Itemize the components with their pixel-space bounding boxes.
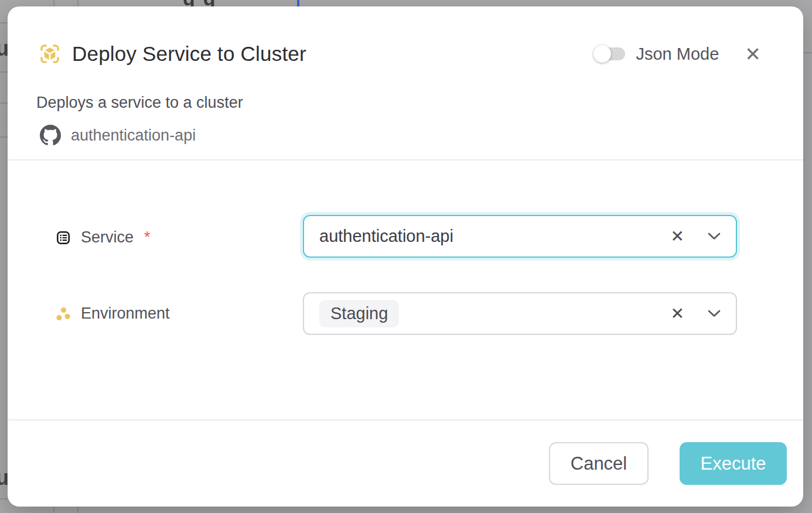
list-icon [56,230,71,245]
chevron-down-icon[interactable] [708,310,721,317]
dots-triangle-icon [56,306,71,322]
deploy-service-dialog: Deploy Service to Cluster Json Mode ✕ De… [8,6,803,507]
repo-row: authentication-api [40,125,196,146]
json-mode-label: Json Mode [636,45,719,64]
json-mode-toggle[interactable] [595,47,625,60]
environment-label: Environment [81,305,170,323]
cube-scan-icon [39,43,60,64]
clear-icon[interactable]: ✕ [671,306,684,322]
service-select[interactable]: authentication-api ✕ [303,215,737,258]
service-label: Service [81,228,134,247]
dialog-description: Deploys a service to a cluster [36,94,243,112]
required-asterisk: * [144,228,151,247]
toggle-knob [593,45,611,63]
backdrop-row-line [0,136,8,138]
environment-value-chip: Staging [319,300,399,327]
close-icon[interactable]: ✕ [745,45,761,64]
backdrop-row-line [0,498,8,500]
environment-field-label: Environment [56,305,170,323]
chevron-down-icon[interactable] [708,232,721,240]
repo-name: authentication-api [71,126,196,145]
backdrop-row-line [0,22,8,23]
dialog-header: Deploy Service to Cluster Json Mode ✕ [39,40,761,68]
header-actions: Json Mode ✕ [595,45,761,64]
backdrop-row-line [803,52,812,53]
cancel-button[interactable]: Cancel [549,442,649,485]
header-divider [8,159,803,160]
clear-icon[interactable]: ✕ [671,228,684,245]
service-value: authentication-api [319,227,453,246]
page-title: Deploy Service to Cluster [72,42,306,66]
service-field-label: Service* [56,228,151,247]
backdrop-row-line [0,102,8,104]
backdrop-row-line [0,71,8,73]
execute-button[interactable]: Execute [680,442,787,485]
environment-select[interactable]: Staging ✕ [303,292,737,335]
footer-divider [8,419,803,420]
github-icon [40,125,61,146]
